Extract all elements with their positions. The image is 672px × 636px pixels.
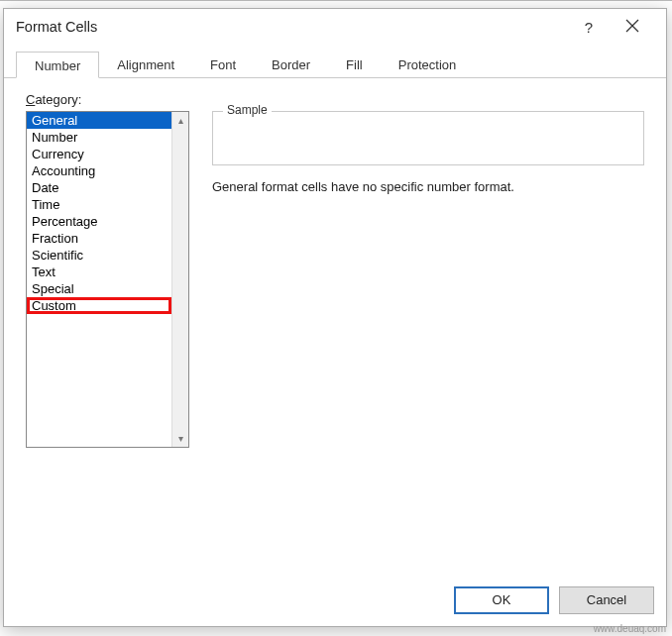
tab-protection[interactable]: Protection — [381, 52, 475, 78]
scroll-up-icon[interactable]: ▴ — [178, 112, 183, 129]
ok-button[interactable]: OK — [454, 586, 549, 614]
category-item-currency[interactable]: Currency — [27, 146, 171, 162]
help-button[interactable]: ? — [567, 9, 611, 45]
cancel-button[interactable]: Cancel — [559, 586, 654, 614]
close-icon — [625, 19, 639, 36]
category-label: Category: — [26, 92, 646, 107]
category-item-fraction[interactable]: Fraction — [27, 230, 171, 247]
format-cells-dialog: Format Cells ? Number Alignment Font Bor… — [3, 8, 667, 627]
listbox-scrollbar[interactable]: ▴ ▾ — [171, 112, 188, 447]
category-item-special[interactable]: Special — [27, 280, 171, 297]
titlebar: Format Cells ? — [4, 9, 666, 45]
tabstrip: Number Alignment Font Border Fill Protec… — [4, 51, 666, 78]
category-item-general[interactable]: General — [27, 112, 171, 129]
close-button[interactable] — [611, 9, 654, 45]
category-listbox[interactable]: General Number Currency Accounting Date … — [26, 111, 189, 448]
tab-border[interactable]: Border — [254, 52, 328, 78]
format-description: General format cells have no specific nu… — [212, 179, 644, 194]
category-item-date[interactable]: Date — [27, 179, 171, 196]
watermark: www.deuaq.com — [594, 623, 666, 634]
tab-fill[interactable]: Fill — [328, 52, 381, 78]
category-item-text[interactable]: Text — [27, 264, 171, 280]
tab-alignment[interactable]: Alignment — [99, 52, 192, 78]
tab-font[interactable]: Font — [192, 52, 254, 78]
category-item-percentage[interactable]: Percentage — [27, 213, 171, 230]
category-item-number[interactable]: Number — [27, 129, 171, 146]
category-item-scientific[interactable]: Scientific — [27, 247, 171, 264]
category-item-accounting[interactable]: Accounting — [27, 162, 171, 179]
category-item-custom[interactable]: Custom — [27, 297, 171, 314]
category-item-time[interactable]: Time — [27, 196, 171, 213]
dialog-title: Format Cells — [16, 19, 97, 35]
sample-label: Sample — [223, 103, 272, 117]
scroll-down-icon[interactable]: ▾ — [178, 430, 183, 447]
tab-number[interactable]: Number — [16, 52, 99, 78]
sample-box: Sample — [212, 111, 644, 165]
